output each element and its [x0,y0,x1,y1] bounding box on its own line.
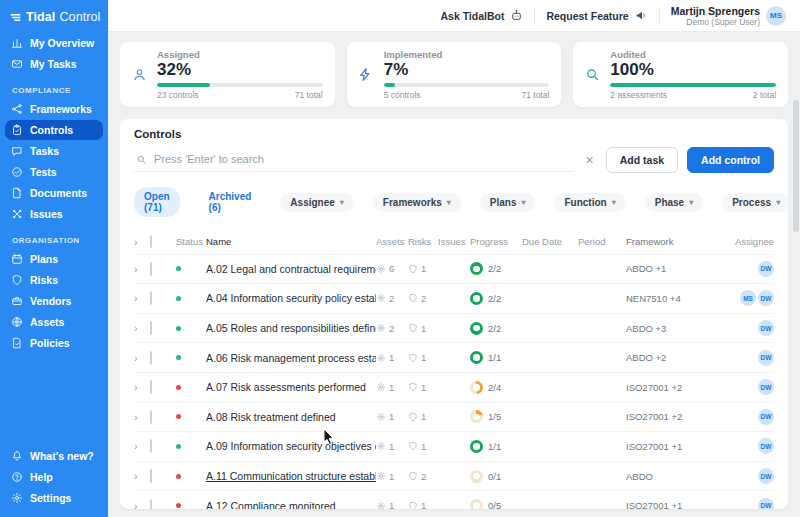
expand-all-icon[interactable]: › [134,236,150,248]
assignee-avatar[interactable]: DW [758,498,774,509]
row-checkbox[interactable] [150,499,152,509]
col-risks[interactable]: Risks [408,236,438,247]
sidebar-item-risks[interactable]: Risks [5,270,103,290]
col-period[interactable]: Period [578,236,626,247]
col-issues[interactable]: Issues [438,236,470,247]
expand-row-icon[interactable]: › [134,500,150,509]
control-name[interactable]: A.12 Compliance monitored [206,500,376,509]
sidebar-item-controls[interactable]: Controls [5,120,103,140]
assignee-avatar[interactable]: DW [758,438,774,454]
assignee-avatar[interactable]: MS [740,290,756,306]
control-name[interactable]: A.07 Risk assessments performed [206,381,376,393]
sidebar-item-what-s-new[interactable]: What's new? [5,446,103,466]
row-checkbox[interactable] [150,262,152,276]
sidebar-item-tasks[interactable]: Tasks [5,141,103,161]
select-all-checkbox[interactable] [150,235,152,248]
assignee-avatar[interactable]: DW [758,261,774,277]
request-feature-button[interactable]: Request Feature [546,9,647,22]
expand-row-icon[interactable]: › [134,470,150,482]
col-progress[interactable]: Progress [470,236,522,247]
filter-frameworks[interactable]: Frameworks▾ [373,193,461,212]
table-row[interactable]: ›A.11 Communication structure establishe… [134,461,774,491]
assignee-avatar[interactable]: DW [758,320,774,336]
control-name[interactable]: A.02 Legal and contractual requirements … [206,263,376,275]
progress-cell: 2/2 [470,322,522,335]
filter-phase[interactable]: Phase▾ [645,193,703,212]
robot-icon [510,9,523,22]
ask-tidalbot-button[interactable]: Ask TidalBot [440,9,523,22]
assignee-avatar[interactable]: DW [758,468,774,484]
row-checkbox[interactable] [150,380,152,394]
row-checkbox[interactable] [150,439,152,453]
control-name[interactable]: A.11 Communication structure established [206,470,376,482]
col-assignee[interactable]: Assignee [722,236,774,247]
sidebar-item-vendors[interactable]: Vendors [5,291,103,311]
tab-open[interactable]: Open (71) [134,187,180,217]
add-task-button[interactable]: Add task [606,147,678,173]
row-checkbox[interactable] [150,291,152,305]
row-checkbox[interactable] [150,321,152,335]
sidebar-item-tests[interactable]: Tests [5,162,103,182]
table-row[interactable]: ›A.04 Information security policy establ… [134,283,774,313]
assignee-avatar[interactable]: DW [758,379,774,395]
col-due-date[interactable]: Due Date [522,236,578,247]
control-name[interactable]: A.09 Information security objectives def… [206,440,376,452]
sidebar-item-frameworks[interactable]: Frameworks [5,99,103,119]
table-row[interactable]: ›A.07 Risk assessments performed112/4ISO… [134,372,774,402]
sidebar-item-policies[interactable]: Policies [5,333,103,353]
row-checkbox[interactable] [150,469,152,483]
row-checkbox[interactable] [150,351,152,365]
col-status[interactable]: Status [176,236,206,247]
assignee-avatar[interactable]: DW [758,409,774,425]
framework-cell: ABDO +3 [626,323,722,334]
tab-archived[interactable]: Archived (6) [199,187,262,217]
user-avatar[interactable]: MS [766,6,786,26]
scrollbar-thumb[interactable] [793,100,799,232]
control-name[interactable]: A.06 Risk management process established [206,352,376,364]
sidebar-item-my-tasks[interactable]: My Tasks [5,54,103,74]
sidebar-item-my-overview[interactable]: My Overview [5,33,103,53]
progress-text: 0/5 [488,500,501,509]
sidebar-item-help[interactable]: Help [5,467,103,487]
sidebar-item-assets[interactable]: Assets [5,312,103,332]
table-row[interactable]: ›A.09 Information security objectives de… [134,431,774,461]
table-row[interactable]: ›A.08 Risk treatment defined111/5ISO2700… [134,402,774,432]
add-control-button[interactable]: Add control [687,147,774,173]
user-menu[interactable]: Martijn Sprengers Demo (Super User) MS [671,5,786,27]
sidebar-item-plans[interactable]: Plans [5,249,103,269]
expand-row-icon[interactable]: › [134,292,150,304]
control-name[interactable]: A.05 Roles and responsibilities defined [206,322,376,334]
assets-cell: 1 [376,382,408,393]
table-row[interactable]: ›A.06 Risk management process establishe… [134,342,774,372]
scrollbar-track[interactable] [793,36,799,513]
controls-icon [11,124,23,136]
assignee-avatar[interactable]: DW [758,290,774,306]
app-logo[interactable]: TidalControl [0,0,108,32]
expand-row-icon[interactable]: › [134,440,150,452]
filter-function[interactable]: Function▾ [554,193,625,212]
clear-search-icon[interactable]: × [583,153,597,167]
control-name[interactable]: A.08 Risk treatment defined [206,411,376,423]
expand-row-icon[interactable]: › [134,263,150,275]
expand-row-icon[interactable]: › [134,411,150,423]
search-input[interactable]: Press 'Enter' to search [134,147,574,172]
assignee-avatar[interactable]: DW [758,350,774,366]
table-row[interactable]: ›A.02 Legal and contractual requirements… [134,254,774,284]
expand-row-icon[interactable]: › [134,381,150,393]
filter-assignee[interactable]: Assignee▾ [280,193,353,212]
filter-plans[interactable]: Plans▾ [480,193,536,212]
control-name[interactable]: A.04 Information security policy establi… [206,292,376,304]
filter-process[interactable]: Process▾ [722,193,788,212]
row-checkbox[interactable] [150,410,152,424]
col-assets[interactable]: Assets [376,236,408,247]
expand-row-icon[interactable]: › [134,322,150,334]
expand-row-icon[interactable]: › [134,352,150,364]
col-name[interactable]: Name [206,236,376,247]
sidebar-item-settings[interactable]: Settings [5,488,103,508]
sidebar-item-documents[interactable]: Documents [5,183,103,203]
table-row[interactable]: ›A.12 Compliance monitored110/5ISO27001 … [134,490,774,509]
table-row[interactable]: ›A.05 Roles and responsibilities defined… [134,313,774,343]
col-framework[interactable]: Framework [626,236,722,247]
sidebar-item-issues[interactable]: Issues [5,204,103,224]
stat-footer: 5 controls 71 total [384,90,550,100]
